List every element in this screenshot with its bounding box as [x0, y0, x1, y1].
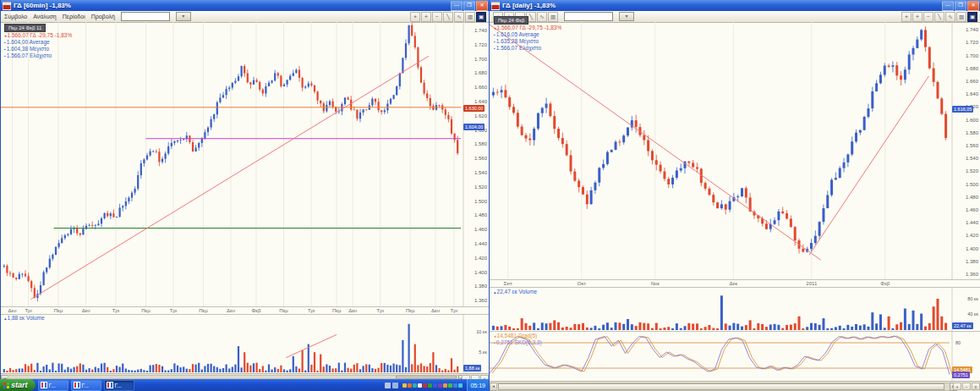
zoom-out-icon[interactable]: − [432, 12, 442, 22]
time-axis-label: Πεμ [332, 308, 341, 313]
horizontal-scrollbar[interactable]: ◂ ▸ +−≡ [490, 381, 980, 391]
chart-type-icon[interactable]: ▥ [956, 12, 966, 22]
svg-text:1.420: 1.420 [966, 233, 979, 238]
time-axis-label: Τρι [451, 308, 457, 313]
menu-symbol[interactable]: Σύμβολο [4, 14, 27, 19]
volume-pane-daily[interactable]: 80 εκ40 εκ [490, 287, 980, 332]
zoom-out-icon[interactable]: − [923, 12, 933, 22]
titlebar[interactable]: ΓΔ [daily] -1,83% — ❐ ✕ [490, 0, 980, 11]
pointer-icon[interactable]: ⌖ [901, 12, 912, 22]
time-axis-label: Τρι [112, 308, 119, 313]
legend-marker: ▴ [494, 289, 496, 295]
close-button[interactable]: ✕ [476, 1, 488, 11]
volume-legend: ▴1,88 εκ Volume [4, 315, 45, 322]
tray-icon[interactable] [418, 383, 422, 388]
tray-icon[interactable] [453, 383, 457, 388]
time-axis-label: Δευ [348, 308, 357, 313]
legend-low: 1.566,07 Ελάχιστο [496, 45, 541, 51]
zoom-in-icon[interactable]: + [421, 12, 431, 22]
horizontal-scrollbar[interactable]: ◂ ▸ +−≡ [1, 373, 490, 379]
restore-button[interactable]: ❐ [955, 1, 966, 11]
tray-icon[interactable] [448, 383, 452, 388]
svg-text:1.660: 1.660 [966, 79, 979, 84]
svg-text:1.400: 1.400 [966, 246, 979, 251]
pointer-icon[interactable]: ⌖ [410, 12, 420, 22]
taskbar-window-button[interactable]: Γ... [71, 380, 101, 391]
taskbar-window-button[interactable]: Γ... [38, 380, 68, 391]
symbol-input[interactable] [121, 12, 170, 21]
save-icon[interactable]: ▣ [476, 12, 486, 22]
svg-text:1.420: 1.420 [474, 256, 488, 261]
zoom-in-icon[interactable]: + [912, 12, 923, 22]
start-button[interactable]: start [0, 379, 36, 391]
taskbar-window-button-active[interactable]: Γ... [104, 380, 134, 391]
wave-icon[interactable]: ∿ [945, 12, 955, 22]
svg-text:1.620: 1.620 [474, 113, 488, 118]
legend-marker: ▪ [4, 53, 6, 58]
scrollbar-thumb[interactable] [498, 383, 944, 390]
time-axis-label: Δευ [431, 308, 440, 313]
legend-marker: ◂ [494, 25, 496, 30]
titlebar[interactable]: ΓΔ [60min] -1,83% — ❐ ✕ [1, 0, 490, 11]
chart-window-icon [41, 382, 47, 388]
tray-icon[interactable] [443, 383, 447, 388]
time-axis-label: Πεμ [406, 308, 414, 313]
svg-text:1.720: 1.720 [966, 40, 979, 45]
stochastic-badge: 0,2751 [952, 372, 970, 378]
tray-icon[interactable] [408, 383, 412, 388]
stochastic-legend: ◂14,5481 Grad(5) ▪0,2751 SKD(5,3,3) [494, 333, 542, 346]
tray-icon[interactable] [433, 383, 437, 388]
tray-icon[interactable] [458, 383, 463, 388]
apply-button[interactable]: ▾ [619, 12, 634, 21]
menu-view[interactable]: Προβολή [91, 14, 115, 19]
minimize-button[interactable]: — [942, 1, 954, 11]
zoom-in-icon[interactable]: + [953, 383, 961, 390]
trendline-icon[interactable]: ╲ [443, 12, 453, 22]
tray-icon[interactable] [438, 383, 442, 388]
wave-icon[interactable]: ∿ [454, 12, 464, 22]
svg-text:1.680: 1.680 [966, 66, 979, 71]
zoom-out-icon[interactable]: − [962, 383, 971, 390]
panes-icon[interactable]: ≡ [972, 383, 980, 390]
windows-logo-icon [3, 383, 9, 388]
time-axis-label: Τρι [308, 308, 315, 313]
svg-text:1.720: 1.720 [474, 42, 488, 47]
tray-icon[interactable] [423, 383, 427, 388]
close-button[interactable]: ✕ [967, 1, 979, 11]
tray-app-icon[interactable] [392, 383, 398, 388]
legend-marker: ▪ [4, 47, 6, 52]
svg-text:1.700: 1.700 [966, 53, 979, 58]
chart-window-60min: ΓΔ [60min] -1,83% — ❐ ✕ Σύμβολο Ανάλυση … [0, 0, 490, 379]
chart-window-icon [74, 382, 80, 388]
tray-icon[interactable] [413, 383, 417, 388]
svg-text:1.440: 1.440 [966, 220, 979, 225]
time-axis-label: Δεκ [729, 281, 737, 286]
tray-icons [402, 383, 463, 388]
toolbar-icons: ⌖+−╲∿▥▣ [901, 12, 977, 22]
chart-type-icon[interactable]: ▥ [465, 12, 475, 22]
scrollbar-thumb[interactable] [396, 376, 457, 378]
legend-marker: ▴ [4, 316, 7, 321]
minimize-button[interactable]: — [451, 1, 463, 11]
price-chart-daily[interactable]: 1.7401.7201.7001.6801.6601.6401.6201.600… [490, 22, 980, 279]
volume-pane-60min[interactable]: 10 εκ5 εκ [1, 314, 490, 374]
svg-text:1.680: 1.680 [474, 70, 488, 75]
svg-text:1.660: 1.660 [474, 85, 488, 90]
tray-icon[interactable] [402, 383, 407, 388]
save-icon[interactable]: ▣ [967, 12, 977, 22]
tray-icon[interactable] [428, 383, 432, 388]
menu-periods[interactable]: Περίοδοι [63, 14, 85, 19]
legend-low: 1.566,07 Ελάχιστο [7, 52, 52, 58]
legend-marker: ▪ [494, 340, 495, 345]
stochastic-pane[interactable]: 8020 [490, 331, 980, 382]
trendline-icon[interactable]: ╲ [934, 12, 944, 22]
apply-button[interactable]: ▾ [176, 12, 191, 21]
menu-analysis[interactable]: Ανάλυση [33, 14, 56, 19]
ohlc-legend: Πεμ 24 Φεβ 11 ◂1.566,07 ΓΔ -29,75 -1,83%… [4, 24, 72, 59]
symbol-input[interactable] [564, 12, 613, 21]
pane-corner-icons: +−≡ [953, 383, 980, 390]
tray-app-icon[interactable] [385, 383, 391, 388]
price-chart-60min[interactable]: 1.7401.7201.7001.6801.6601.6401.6201.600… [1, 22, 490, 306]
svg-text:1.540: 1.540 [474, 170, 488, 175]
restore-button[interactable]: ❐ [463, 1, 475, 11]
